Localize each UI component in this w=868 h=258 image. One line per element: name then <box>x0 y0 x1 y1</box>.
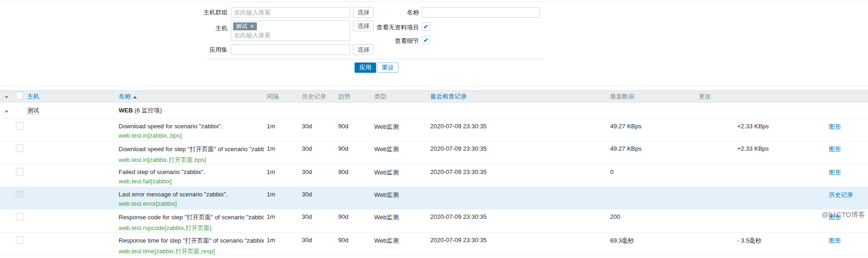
item-latest-data: 49.27 KBps <box>607 141 696 165</box>
host-tag: 测试✕ <box>233 22 257 30</box>
show-details-label: 查看细节 <box>363 37 419 45</box>
sort-name-header[interactable]: 名称 <box>119 93 131 100</box>
item-interval: 1m <box>264 165 299 187</box>
row-checkbox[interactable] <box>16 213 23 220</box>
collapse-group-icon[interactable] <box>5 111 8 113</box>
filter-panel: 主机群组 选择 主机 测试✕ 选择 应用集 选择 名称 查看无资料项目 查看细节… <box>0 2 868 86</box>
item-change <box>696 187 826 209</box>
apply-button[interactable]: 应用 <box>355 63 376 73</box>
item-trends <box>335 187 371 209</box>
item-history: 30d <box>299 209 335 233</box>
history-link[interactable]: 历史记录 <box>829 191 853 198</box>
item-interval: 1m <box>264 141 299 165</box>
col-change-header: 更改 <box>696 91 826 103</box>
table-row: Response code for step "打开页面" of scenari… <box>0 209 868 233</box>
reset-button[interactable]: 重设 <box>377 63 398 73</box>
table-row: Failed step of scenario "zabbix". web.te… <box>0 165 868 187</box>
graph-link[interactable]: 图形 <box>829 237 841 244</box>
host-multiselect[interactable]: 测试✕ <box>231 21 350 41</box>
host-input[interactable] <box>234 32 343 39</box>
item-type: Web监测 <box>371 233 427 256</box>
item-change <box>696 209 826 233</box>
col-trends-header: 趋势 <box>335 91 371 103</box>
item-key: web.test.fail[zabbix] <box>119 178 261 185</box>
row-checkbox-disabled <box>16 190 23 198</box>
item-key: web.test.time[zabbix,打开页面,resp] <box>119 247 261 256</box>
item-name[interactable]: Download speed for scenario "zabbix". <box>119 123 261 130</box>
row-checkbox[interactable] <box>16 145 23 152</box>
host-tag-label: 测试 <box>236 23 247 29</box>
remove-tag-icon[interactable]: ✕ <box>250 24 254 29</box>
show-without-data-label: 查看无资料项目 <box>363 24 419 31</box>
item-last-check: 2020-07-09 23:30:35 <box>427 209 607 233</box>
watermark: @51CTO博客 <box>822 210 865 219</box>
item-trends: 90d <box>335 165 371 187</box>
item-name[interactable]: Last error message of scenario "zabbix". <box>119 191 261 198</box>
application-select-button[interactable]: 选择 <box>353 44 374 55</box>
item-change: - 3.5毫秒 <box>696 233 826 256</box>
collapse-all-icon[interactable] <box>5 96 8 98</box>
item-name[interactable]: Response code for step "打开页面" of scenari… <box>119 213 261 222</box>
row-checkbox[interactable] <box>16 168 23 175</box>
item-name[interactable]: Failed step of scenario "zabbix". <box>119 168 261 175</box>
application-label: 应用集 <box>202 46 228 54</box>
row-checkbox[interactable] <box>16 122 23 130</box>
item-key: web.test.rspcode[zabbix,打开页面] <box>119 224 261 232</box>
graph-link[interactable]: 图形 <box>829 146 841 153</box>
name-filter-input[interactable] <box>422 7 540 18</box>
item-key: web.test.in[zabbix,打开页面,bps] <box>119 156 261 164</box>
latest-data-table: 主机 名称 间隔 历史记录 趋势 类型 最近检查记录 最新数据 更改 测试 WE… <box>0 90 868 256</box>
item-latest-data: 49.27 KBps <box>607 119 696 141</box>
sort-asc-icon <box>133 96 137 98</box>
item-name[interactable]: Response time for step "打开页面" of scenari… <box>119 237 261 245</box>
group-title: WEB <box>119 107 133 114</box>
item-history: 30d <box>299 141 335 165</box>
item-interval: 1m <box>264 187 299 209</box>
item-interval: 1m <box>264 209 299 233</box>
item-name[interactable]: Download speed for step "打开页面" of scenar… <box>119 145 261 153</box>
item-type: Web监测 <box>371 165 427 187</box>
item-latest-data: 200 <box>607 209 696 233</box>
host-group-input[interactable] <box>231 7 350 18</box>
show-without-data-checkbox[interactable] <box>422 22 430 31</box>
item-trends: 90d <box>335 233 371 256</box>
item-history: 30d <box>299 233 335 256</box>
row-checkbox[interactable] <box>16 236 23 244</box>
application-input[interactable] <box>231 44 350 55</box>
sort-last-check-header[interactable]: 最近检查记录 <box>430 93 467 100</box>
group-row: 测试 WEB (6 监控项) <box>0 103 868 119</box>
item-latest-data: 0 <box>607 165 696 187</box>
graph-link[interactable]: 图形 <box>829 169 841 176</box>
host-name-link[interactable]: 测试 <box>27 107 39 114</box>
item-last-check <box>427 187 607 209</box>
show-details-checkbox[interactable] <box>422 36 430 44</box>
item-interval: 1m <box>264 119 299 141</box>
col-history-header: 历史记录 <box>299 91 335 103</box>
item-key: web.test.error[zabbix] <box>119 200 261 207</box>
select-all-checkbox[interactable] <box>16 92 23 99</box>
item-type: Web监测 <box>371 187 427 209</box>
group-count: (6 监控项) <box>135 107 162 114</box>
name-filter-label: 名称 <box>382 9 419 16</box>
item-trends: 90d <box>335 119 371 141</box>
item-last-check: 2020-07-09 23:30:35 <box>427 233 607 256</box>
host-group-select-button[interactable]: 选择 <box>353 7 374 18</box>
item-last-check: 2020-07-09 23:30:35 <box>427 141 607 165</box>
item-last-check: 2020-07-09 23:30:35 <box>427 119 607 141</box>
item-trends: 90d <box>335 141 371 165</box>
item-interval: 1m <box>264 233 299 256</box>
host-group-label: 主机群组 <box>199 9 228 16</box>
col-info-header <box>826 91 868 103</box>
item-history: 30d <box>299 187 335 209</box>
host-label: 主机 <box>208 25 228 32</box>
table-header-row: 主机 名称 间隔 历史记录 趋势 类型 最近检查记录 最新数据 更改 <box>0 91 868 103</box>
item-trends: 90d <box>335 209 371 233</box>
item-type: Web监测 <box>371 209 427 233</box>
item-change: +2.33 KBps <box>696 119 826 141</box>
col-interval-header: 间隔 <box>264 91 299 103</box>
col-type-header: 类型 <box>371 91 427 103</box>
sort-host-header[interactable]: 主机 <box>27 93 39 100</box>
item-type: Web监测 <box>371 119 427 141</box>
item-latest-data <box>607 187 696 209</box>
graph-link[interactable]: 图形 <box>829 123 841 130</box>
